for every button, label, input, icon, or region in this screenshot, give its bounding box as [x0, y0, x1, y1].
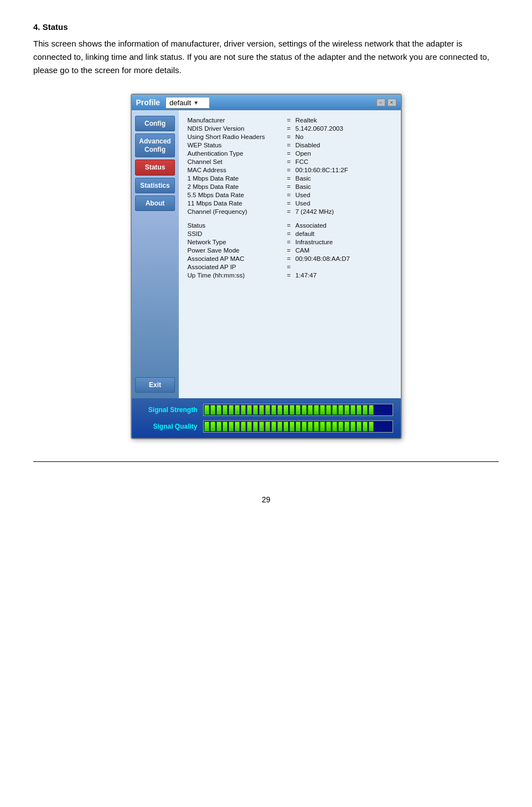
signal-quality-bar — [203, 420, 393, 433]
field-value: Used — [295, 199, 393, 207]
bar-segment — [320, 422, 325, 431]
signal-quality-row: Signal Quality — [140, 420, 393, 433]
profile-value: default — [169, 99, 191, 107]
bar-segment — [204, 422, 209, 431]
field-value: Open — [295, 149, 393, 157]
bar-segment — [216, 405, 221, 415]
bar-segment — [210, 405, 215, 415]
table-row: Authentication Type = Open — [187, 149, 393, 157]
field-name: Power Save Mode — [187, 246, 283, 254]
bar-segment — [363, 422, 368, 431]
bar-segment — [344, 422, 349, 431]
field-name: Using Short Radio Headers — [187, 132, 283, 141]
minimize-button[interactable]: − — [376, 99, 385, 106]
title-bar-left: Profile default ▼ — [136, 97, 210, 109]
bar-segment — [229, 422, 234, 431]
table-row: Channel (Frequency) = 7 (2442 MHz) — [187, 207, 393, 215]
field-name: NDIS Driver Version — [187, 124, 283, 132]
field-name: 2 Mbps Data Rate — [187, 182, 283, 191]
table-row: 11 Mbps Data Rate = Used — [187, 199, 393, 207]
nav-statistics[interactable]: Statistics — [135, 178, 175, 193]
field-sep: = — [283, 254, 295, 263]
bar-segment — [241, 405, 246, 415]
field-value: Associated — [295, 221, 393, 229]
bar-segment — [247, 405, 252, 415]
table-row: Associated AP IP = — [187, 263, 393, 271]
table-row: NDIS Driver Version = 5.142.0607.2003 — [187, 124, 393, 132]
nav-exit[interactable]: Exit — [135, 377, 175, 393]
bar-segment — [369, 405, 374, 415]
bar-segment — [344, 405, 349, 415]
table-row: Power Save Mode = CAM — [187, 246, 393, 254]
bar-segment — [210, 422, 215, 431]
page-heading: 4. Status — [33, 22, 499, 32]
field-value: 00:10:60:8C:11:2F — [295, 166, 393, 174]
nav-advanced-config[interactable]: AdvancedConfig — [135, 133, 175, 157]
bar-segment — [277, 422, 282, 431]
table-row: Using Short Radio Headers = No — [187, 132, 393, 141]
field-sep: = — [283, 182, 295, 191]
profile-dropdown[interactable]: default ▼ — [166, 97, 210, 109]
bar-segment — [235, 405, 240, 415]
bar-segment — [350, 422, 355, 431]
bar-segment — [350, 405, 355, 415]
table-row: SSID = default — [187, 229, 393, 238]
info-table: Manufacturer = Realtek NDIS Driver Versi… — [187, 116, 393, 279]
field-name: 5.5 Mbps Data Rate — [187, 191, 283, 199]
field-sep: = — [283, 166, 295, 174]
bar-segment — [369, 422, 374, 431]
bar-segment — [308, 422, 313, 431]
nav-about[interactable]: About — [135, 196, 175, 211]
field-sep: = — [283, 191, 295, 199]
field-sep: = — [283, 157, 295, 166]
field-name: Channel (Frequency) — [187, 207, 283, 215]
close-button[interactable]: × — [388, 99, 396, 106]
field-sep: = — [283, 271, 295, 279]
table-row: WEP Status = Disabled — [187, 141, 393, 149]
field-name: Channel Set — [187, 157, 283, 166]
bar-segment — [253, 422, 258, 431]
bar-segment — [271, 405, 276, 415]
bar-segment — [247, 422, 252, 431]
bar-segment — [308, 405, 313, 415]
bar-segment — [357, 405, 361, 415]
field-name: Up Time (hh:mm:ss) — [187, 271, 283, 279]
field-sep: = — [283, 207, 295, 215]
field-value: Basic — [295, 174, 393, 182]
bar-segment — [277, 405, 282, 415]
signal-strength-row: Signal Strength — [140, 404, 393, 416]
title-bar-right: − × — [376, 99, 396, 106]
field-sep: = — [283, 149, 295, 157]
description-text: This screen shows the information of man… — [33, 37, 499, 77]
screenshot-container: Profile default ▼ − × Config AdvancedCon… — [33, 94, 499, 439]
bar-segment — [332, 405, 337, 415]
field-sep: = — [283, 132, 295, 141]
field-name: 1 Mbps Data Rate — [187, 174, 283, 182]
bar-segment — [326, 405, 331, 415]
table-row: Channel Set = FCC — [187, 157, 393, 166]
field-sep: = — [283, 116, 295, 124]
nav-status[interactable]: Status — [135, 160, 175, 175]
bar-segment — [338, 405, 343, 415]
page-number: 29 — [33, 495, 499, 504]
field-name: Manufacturer — [187, 116, 283, 124]
table-row: Up Time (hh:mm:ss) = 1:47:47 — [187, 271, 393, 279]
field-value: 1:47:47 — [295, 271, 393, 279]
bar-segment — [283, 422, 288, 431]
field-name: MAC Address — [187, 166, 283, 174]
bar-segment — [357, 422, 361, 431]
field-name: SSID — [187, 229, 283, 238]
nav-config[interactable]: Config — [135, 116, 175, 131]
bar-segment — [332, 422, 337, 431]
field-value: 5.142.0607.2003 — [295, 124, 393, 132]
field-value: 00:90:4B:08:AA:D7 — [295, 254, 393, 263]
field-value: No — [295, 132, 393, 141]
table-row: Manufacturer = Realtek — [187, 116, 393, 124]
bar-segment — [235, 422, 240, 431]
signal-strength-label: Signal Strength — [140, 406, 198, 414]
field-sep: = — [283, 141, 295, 149]
bar-segment — [283, 405, 288, 415]
table-row — [187, 215, 393, 221]
field-value: FCC — [295, 157, 393, 166]
signal-strength-bar — [203, 404, 393, 416]
